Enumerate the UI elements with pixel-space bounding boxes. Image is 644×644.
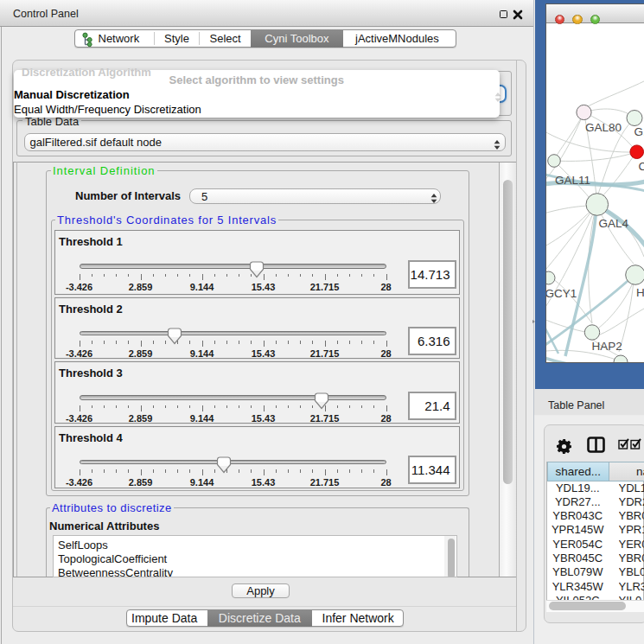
svg-text:GAL11: GAL11 (555, 174, 590, 187)
svg-text:GAL4: GAL4 (599, 217, 629, 230)
svg-text:C: C (639, 160, 644, 173)
svg-text:GCY1: GCY1 (546, 287, 577, 300)
svg-text:G.: G. (634, 125, 644, 138)
svg-text:GAL80: GAL80 (585, 121, 622, 134)
svg-text:H: H (636, 286, 644, 299)
svg-text:HAP2: HAP2 (592, 340, 622, 353)
